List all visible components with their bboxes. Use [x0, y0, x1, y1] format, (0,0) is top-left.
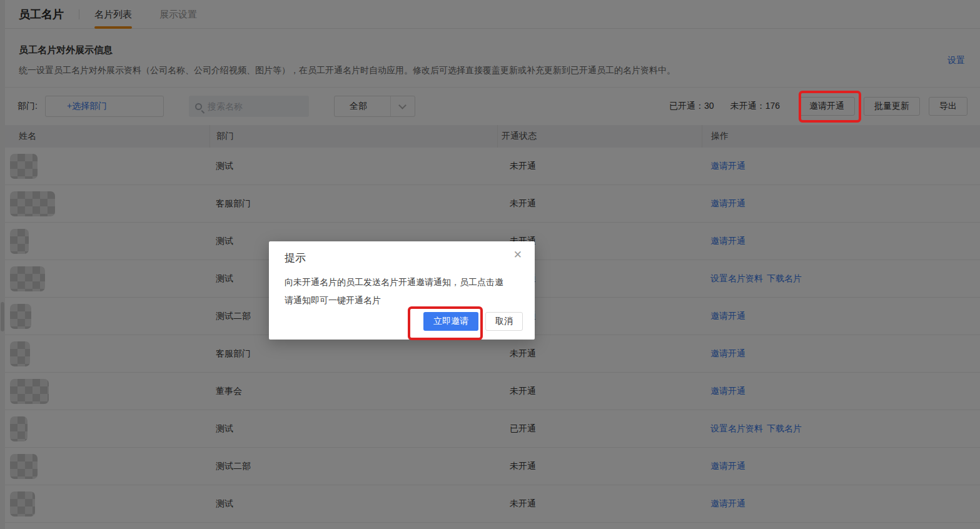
invite-now-button[interactable]: 立即邀请 [423, 312, 478, 331]
dialog-title: 提示 [269, 241, 535, 265]
confirm-dialog: 提示 ✕ 向未开通名片的员工发送名片开通邀请通知，员工点击邀请通知即可一键开通名… [269, 241, 535, 340]
dialog-body-text: 向未开通名片的员工发送名片开通邀请通知，员工点击邀请通知即可一键开通名片 [269, 265, 525, 310]
dialog-footer: 立即邀请 取消 [423, 312, 523, 331]
cancel-button[interactable]: 取消 [485, 312, 523, 331]
page: 员工名片 名片列表 展示设置 员工名片对外展示信息 统一设置员工名片对外展示资料… [0, 0, 980, 529]
close-icon[interactable]: ✕ [513, 249, 522, 260]
